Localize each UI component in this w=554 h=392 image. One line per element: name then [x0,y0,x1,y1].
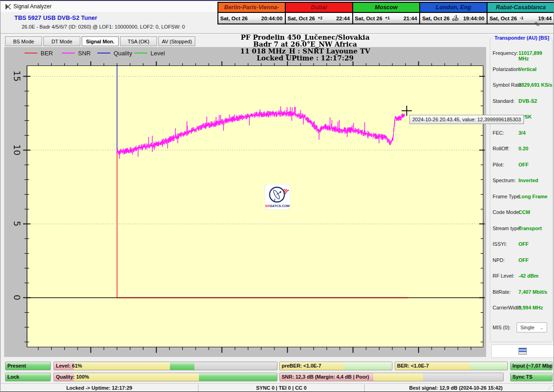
disk-icon [518,348,527,355]
meter-label: Present [7,362,26,370]
clock-city: London, Eng [419,3,487,12]
world-clock-table: Berlin-Paris-Vienna-RomaDubaiMoscowLondo… [217,2,554,24]
mis-dropdown[interactable]: Single ⌄ [517,322,547,333]
transponder-field-value: OFF [518,241,529,247]
transponder-field-value: Transport [518,226,542,231]
transponder-field-value: OFF [518,257,529,263]
status-uptime: Locked -> Uptime: 12:17:29 [0,384,198,392]
tab-signal-mon-[interactable]: Signal Mon. [82,36,119,46]
transponder-field-label: BitRate: [493,289,511,295]
transponder-field-label: ISSYI: [493,241,507,247]
clock-time: Sat, Oct 26-1DST19:44:00 [419,12,487,24]
meter-label: Lock [7,373,19,381]
transponder-field-value: Vertical [518,66,536,72]
window-title: Signal Analyzer [13,3,52,10]
transponder-field-value: 3329,691 KS/s [518,82,552,88]
tuner-details: 26.0E - Badr 4/5/6/7 (ID: 0260) @ LOF1: … [22,24,185,30]
meter-input: Input (~7,07 Mbps) [510,362,553,370]
tab-bs-mode[interactable]: BS Mode [5,36,42,46]
transponder-field-label: Spectrum: [493,178,516,183]
tab-dt-mode[interactable]: DT Mode [43,36,80,46]
clock-utc-offset: +1 [385,17,390,20]
clock-time: Sat, Oct 26+222:44 [285,12,352,24]
signal-analyzer-window: Signal Analyzer Berlin-Paris-Vienna-Roma… [0,0,554,392]
clock-time: Sat, Oct 2620:44:00 [218,12,285,24]
meter-label: Level: 61% [56,362,82,370]
meter-label: Quality: 100% [56,373,89,381]
meter-quality: Quality: 100% [54,373,277,381]
transponder-field-value: Long Frame [518,194,548,199]
meter-label: Sync TS [512,373,532,381]
chart-title-line1: PF Prodelin 450_Lučenec/Slovakia [185,34,425,41]
chevron-down-icon: ⌄ [540,323,544,332]
meter-preber: preBER: <1.0E-7 [279,362,392,370]
clock-city: Dubai [285,3,352,12]
mis-label: MIS (0): [493,325,511,330]
meter-syncts: Sync TS [510,373,553,381]
meter-present: Present [5,362,51,370]
transponder-field-label: Frame Type: [493,194,521,199]
transponder-field-value: 0.20 [518,146,528,151]
transponder-field-label: RollOff: [493,146,509,151]
legend-item-quality: Quality [97,49,132,57]
transponder-field-value: 11017,899 MHz [518,50,554,61]
transponder-field-value: DVB-S2 [518,98,537,104]
resize-grip-icon[interactable]: ⋰ [548,384,553,391]
clock-utc-offset: +2 [318,17,322,20]
transponder-field-value: 3/4 [518,130,525,136]
legend-item-level: Level [134,49,165,57]
clock-time: Sat, Oct 26+121:44 [352,12,420,24]
legend-item-ber: BER [24,49,53,57]
clock-utc-offset: -1 [520,17,524,20]
meter-label: BER: <1.0E-7 [397,362,429,370]
transponder-field-value: Inverted [518,178,538,183]
clock-city: Rabat-Casablanca [487,3,554,12]
legend-line [97,53,110,53]
clock-city: Moscow [352,3,420,12]
logo-text-rest: SATCS.COM [270,204,290,208]
pen-icon: ✎ [534,20,540,29]
logo-text-dx: DX [265,204,270,208]
legend-label: BER [41,50,53,57]
chart-title-line4: Locked UPtime : 12:17:29 [185,54,425,61]
transponder-field-value: -42 dBm [518,273,538,279]
status-sync: SYNC 0 | TEI 0 | CC 0 [199,384,364,392]
signal-chart-canvas[interactable] [4,47,486,357]
legend-label: SNR [78,50,90,57]
transponder-field-value: CCM [518,209,530,215]
chart-title-line2: Badr 7 at 26.0°E_NW Africa [185,41,425,48]
chart-title-block: PF Prodelin 450_Lučenec/Slovakia Badr 7 … [185,34,425,61]
dxsatcs-logo: DXSATCS.COM [265,184,290,210]
transponder-field-label: Standard: [493,98,515,104]
transponder-field-label: Stream type: [493,226,521,231]
meter-label: Input (~7,07 Mbps) [512,362,553,370]
transponder-field-label: Frequency: [493,50,518,56]
legend-line [24,53,37,53]
transponder-field-label: FEC: [493,130,504,136]
tuner-name: TBS 5927 USB DVB-S2 Tuner [14,14,97,21]
svg-text:DXSATCS.COM: DXSATCS.COM [265,204,290,208]
transponder-field-label: Pilot: [493,162,504,167]
meter-lock: Lock [5,373,51,381]
clock-city: Berlin-Paris-Vienna-Roma [218,3,285,12]
legend-label: Level [151,50,165,57]
clock-city-row: Berlin-Paris-Vienna-RomaDubaiMoscowLondo… [218,3,554,12]
transponder-field-label: Polarization: [493,66,521,72]
meter-label: SNR: 12,3 dB (Margin: 4,4 dB | Poor) [282,373,369,381]
meter-label: preBER: <1.0E-7 [282,362,321,370]
status-best-signal: Best signal: 12,9 dB (2024-10-26 15:42) [365,384,547,392]
clock-time: Sat, Oct 26-119:44 [487,12,554,24]
meter-level: Level: 61% [54,362,277,370]
transponder-field-label: RF Level: [493,273,514,279]
transponder-field-label: Code Mode: [493,209,520,215]
save-button[interactable] [491,344,554,358]
mis-dropdown-value: Single [520,325,535,330]
clock-utc-offset: -1DST [452,15,459,21]
legend-item-snr: SNR [62,49,90,57]
tab-tsa-ok-[interactable]: TSA (OK) [120,36,157,46]
transponder-groupbox-title: Transponder (AU) [BS] [493,35,551,41]
legend-label: Quality [114,50,132,57]
transponder-field-value: OFF [518,162,529,167]
legend-line [62,53,75,53]
transponder-field-value: 7,407 Mbit/s [518,289,547,295]
